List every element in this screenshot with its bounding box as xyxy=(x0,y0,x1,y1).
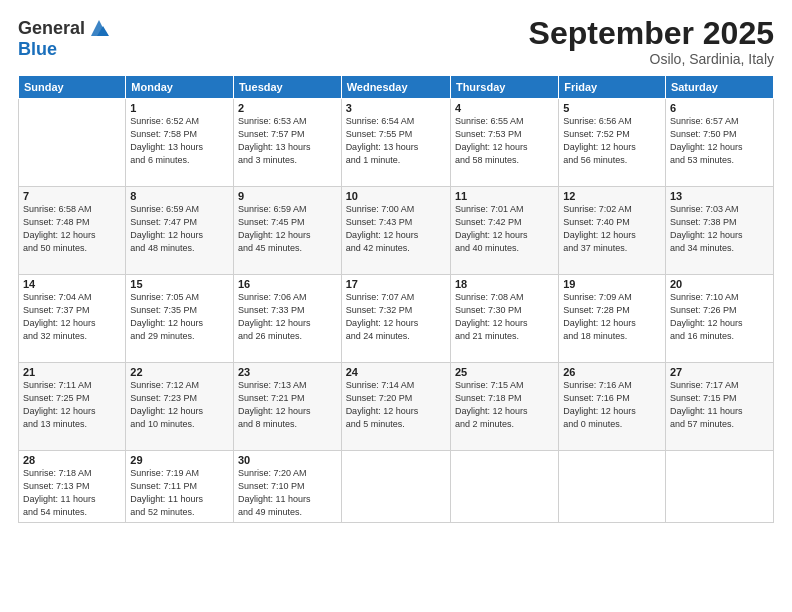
day-detail: Sunrise: 6:57 AMSunset: 7:50 PMDaylight:… xyxy=(670,116,743,165)
day-number: 22 xyxy=(130,366,229,378)
day-detail: Sunrise: 7:11 AMSunset: 7:25 PMDaylight:… xyxy=(23,380,96,429)
calendar-cell: 27Sunrise: 7:17 AMSunset: 7:15 PMDayligh… xyxy=(665,363,773,451)
day-number: 3 xyxy=(346,102,446,114)
day-number: 2 xyxy=(238,102,337,114)
day-number: 27 xyxy=(670,366,769,378)
day-number: 30 xyxy=(238,454,337,466)
day-number: 20 xyxy=(670,278,769,290)
day-detail: Sunrise: 6:53 AMSunset: 7:57 PMDaylight:… xyxy=(238,116,311,165)
calendar-cell: 29Sunrise: 7:19 AMSunset: 7:11 PMDayligh… xyxy=(126,451,234,523)
calendar-cell: 10Sunrise: 7:00 AMSunset: 7:43 PMDayligh… xyxy=(341,187,450,275)
day-number: 8 xyxy=(130,190,229,202)
calendar-cell: 11Sunrise: 7:01 AMSunset: 7:42 PMDayligh… xyxy=(450,187,558,275)
calendar-cell: 24Sunrise: 7:14 AMSunset: 7:20 PMDayligh… xyxy=(341,363,450,451)
day-number: 15 xyxy=(130,278,229,290)
calendar-cell xyxy=(665,451,773,523)
day-detail: Sunrise: 7:17 AMSunset: 7:15 PMDaylight:… xyxy=(670,380,743,429)
day-detail: Sunrise: 7:02 AMSunset: 7:40 PMDaylight:… xyxy=(563,204,636,253)
calendar-cell: 14Sunrise: 7:04 AMSunset: 7:37 PMDayligh… xyxy=(19,275,126,363)
calendar-cell: 18Sunrise: 7:08 AMSunset: 7:30 PMDayligh… xyxy=(450,275,558,363)
day-detail: Sunrise: 7:16 AMSunset: 7:16 PMDaylight:… xyxy=(563,380,636,429)
month-title: September 2025 xyxy=(529,16,774,51)
day-number: 28 xyxy=(23,454,121,466)
day-detail: Sunrise: 7:13 AMSunset: 7:21 PMDaylight:… xyxy=(238,380,311,429)
calendar-table: SundayMondayTuesdayWednesdayThursdayFrid… xyxy=(18,75,774,523)
day-detail: Sunrise: 7:09 AMSunset: 7:28 PMDaylight:… xyxy=(563,292,636,341)
day-detail: Sunrise: 7:04 AMSunset: 7:37 PMDaylight:… xyxy=(23,292,96,341)
col-header-monday: Monday xyxy=(126,76,234,99)
calendar-cell: 17Sunrise: 7:07 AMSunset: 7:32 PMDayligh… xyxy=(341,275,450,363)
page: General Blue September 2025 Osilo, Sardi… xyxy=(0,0,792,612)
day-detail: Sunrise: 7:14 AMSunset: 7:20 PMDaylight:… xyxy=(346,380,419,429)
header: General Blue September 2025 Osilo, Sardi… xyxy=(18,16,774,67)
day-detail: Sunrise: 7:00 AMSunset: 7:43 PMDaylight:… xyxy=(346,204,419,253)
day-detail: Sunrise: 6:58 AMSunset: 7:48 PMDaylight:… xyxy=(23,204,96,253)
logo-blue: Blue xyxy=(18,39,57,59)
col-header-friday: Friday xyxy=(559,76,666,99)
day-detail: Sunrise: 6:55 AMSunset: 7:53 PMDaylight:… xyxy=(455,116,528,165)
day-number: 10 xyxy=(346,190,446,202)
day-number: 12 xyxy=(563,190,661,202)
day-detail: Sunrise: 7:18 AMSunset: 7:13 PMDaylight:… xyxy=(23,468,96,517)
logo-icon xyxy=(87,16,111,40)
calendar-cell: 25Sunrise: 7:15 AMSunset: 7:18 PMDayligh… xyxy=(450,363,558,451)
col-header-saturday: Saturday xyxy=(665,76,773,99)
day-number: 11 xyxy=(455,190,554,202)
day-detail: Sunrise: 6:56 AMSunset: 7:52 PMDaylight:… xyxy=(563,116,636,165)
day-detail: Sunrise: 7:08 AMSunset: 7:30 PMDaylight:… xyxy=(455,292,528,341)
day-detail: Sunrise: 7:20 AMSunset: 7:10 PMDaylight:… xyxy=(238,468,311,517)
col-header-sunday: Sunday xyxy=(19,76,126,99)
day-detail: Sunrise: 6:54 AMSunset: 7:55 PMDaylight:… xyxy=(346,116,419,165)
day-number: 4 xyxy=(455,102,554,114)
location: Osilo, Sardinia, Italy xyxy=(529,51,774,67)
day-detail: Sunrise: 6:59 AMSunset: 7:45 PMDaylight:… xyxy=(238,204,311,253)
day-detail: Sunrise: 7:01 AMSunset: 7:42 PMDaylight:… xyxy=(455,204,528,253)
calendar-cell: 15Sunrise: 7:05 AMSunset: 7:35 PMDayligh… xyxy=(126,275,234,363)
title-block: September 2025 Osilo, Sardinia, Italy xyxy=(529,16,774,67)
day-detail: Sunrise: 6:52 AMSunset: 7:58 PMDaylight:… xyxy=(130,116,203,165)
calendar-cell: 26Sunrise: 7:16 AMSunset: 7:16 PMDayligh… xyxy=(559,363,666,451)
calendar-cell: 2Sunrise: 6:53 AMSunset: 7:57 PMDaylight… xyxy=(233,99,341,187)
day-detail: Sunrise: 7:19 AMSunset: 7:11 PMDaylight:… xyxy=(130,468,203,517)
calendar-cell: 23Sunrise: 7:13 AMSunset: 7:21 PMDayligh… xyxy=(233,363,341,451)
logo-block: General Blue xyxy=(18,16,111,59)
calendar-cell: 22Sunrise: 7:12 AMSunset: 7:23 PMDayligh… xyxy=(126,363,234,451)
day-number: 17 xyxy=(346,278,446,290)
calendar-cell xyxy=(341,451,450,523)
calendar-cell xyxy=(450,451,558,523)
day-number: 24 xyxy=(346,366,446,378)
col-header-wednesday: Wednesday xyxy=(341,76,450,99)
day-number: 13 xyxy=(670,190,769,202)
calendar-cell: 16Sunrise: 7:06 AMSunset: 7:33 PMDayligh… xyxy=(233,275,341,363)
day-number: 14 xyxy=(23,278,121,290)
day-detail: Sunrise: 7:12 AMSunset: 7:23 PMDaylight:… xyxy=(130,380,203,429)
day-detail: Sunrise: 7:03 AMSunset: 7:38 PMDaylight:… xyxy=(670,204,743,253)
calendar-cell: 6Sunrise: 6:57 AMSunset: 7:50 PMDaylight… xyxy=(665,99,773,187)
day-detail: Sunrise: 7:10 AMSunset: 7:26 PMDaylight:… xyxy=(670,292,743,341)
col-header-tuesday: Tuesday xyxy=(233,76,341,99)
logo-general: General xyxy=(18,19,85,37)
day-number: 7 xyxy=(23,190,121,202)
day-detail: Sunrise: 7:06 AMSunset: 7:33 PMDaylight:… xyxy=(238,292,311,341)
day-number: 18 xyxy=(455,278,554,290)
calendar-cell: 21Sunrise: 7:11 AMSunset: 7:25 PMDayligh… xyxy=(19,363,126,451)
day-number: 29 xyxy=(130,454,229,466)
calendar-cell: 20Sunrise: 7:10 AMSunset: 7:26 PMDayligh… xyxy=(665,275,773,363)
calendar-cell: 28Sunrise: 7:18 AMSunset: 7:13 PMDayligh… xyxy=(19,451,126,523)
logo: General Blue xyxy=(18,16,111,59)
calendar-cell: 5Sunrise: 6:56 AMSunset: 7:52 PMDaylight… xyxy=(559,99,666,187)
day-detail: Sunrise: 7:15 AMSunset: 7:18 PMDaylight:… xyxy=(455,380,528,429)
calendar-cell: 19Sunrise: 7:09 AMSunset: 7:28 PMDayligh… xyxy=(559,275,666,363)
day-number: 19 xyxy=(563,278,661,290)
calendar-cell: 3Sunrise: 6:54 AMSunset: 7:55 PMDaylight… xyxy=(341,99,450,187)
calendar-cell: 4Sunrise: 6:55 AMSunset: 7:53 PMDaylight… xyxy=(450,99,558,187)
day-number: 21 xyxy=(23,366,121,378)
calendar-header-row: SundayMondayTuesdayWednesdayThursdayFrid… xyxy=(19,76,774,99)
day-number: 1 xyxy=(130,102,229,114)
calendar-cell xyxy=(559,451,666,523)
day-number: 25 xyxy=(455,366,554,378)
calendar-cell: 7Sunrise: 6:58 AMSunset: 7:48 PMDaylight… xyxy=(19,187,126,275)
day-number: 16 xyxy=(238,278,337,290)
calendar-cell: 13Sunrise: 7:03 AMSunset: 7:38 PMDayligh… xyxy=(665,187,773,275)
calendar-cell xyxy=(19,99,126,187)
